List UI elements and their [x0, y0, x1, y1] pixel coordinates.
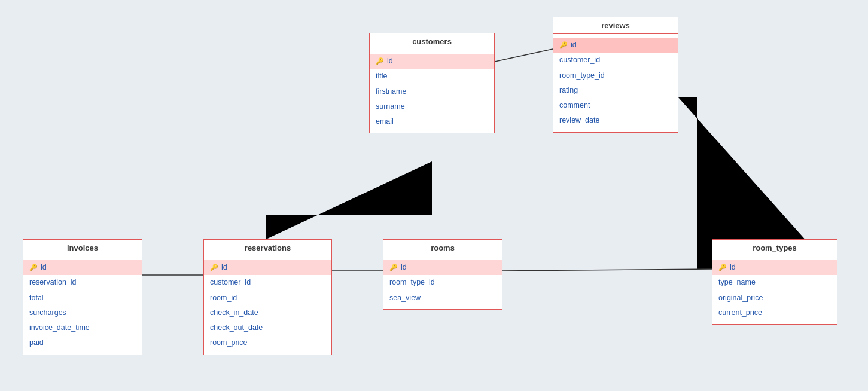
table-invoices-header: invoices [23, 240, 142, 256]
field-reservations-check_out_date: check_out_date [204, 320, 331, 335]
field-rooms-room_type_id: room_type_id [383, 275, 502, 290]
table-customers-header: customers [370, 33, 494, 50]
field-customers-surname: surname [370, 99, 494, 114]
table-customers-body: 🔑 id title firstname surname email [370, 50, 494, 133]
field-customers-title: title [370, 69, 494, 84]
table-rooms-body: 🔑 id room_type_id sea_view [383, 256, 502, 309]
table-room_types-header: room_types [712, 240, 837, 256]
table-customers: customers 🔑 id title firstname surname e… [369, 33, 495, 133]
field-reservations-id: 🔑 id [204, 260, 331, 275]
field-invoices-invoice_date_time: invoice_date_time [23, 320, 142, 335]
diagram-canvas: customers 🔑 id title firstname surname e… [0, 0, 868, 391]
field-invoices-reservation_id: reservation_id [23, 275, 142, 290]
field-customers-id: 🔑 id [370, 54, 494, 69]
svg-line-3 [502, 269, 712, 271]
field-room_types-current_price: current_price [712, 306, 837, 320]
table-reservations-header: reservations [204, 240, 331, 256]
table-reservations: reservations 🔑 id customer_id room_id ch… [203, 239, 332, 355]
table-invoices: invoices 🔑 id reservation_id total surch… [23, 239, 142, 355]
field-invoices-surcharges: surcharges [23, 306, 142, 320]
key-icon-invoices: 🔑 [29, 262, 38, 273]
field-reviews-rating: rating [553, 83, 678, 98]
field-reservations-check_in_date: check_in_date [204, 306, 331, 320]
table-reservations-body: 🔑 id customer_id room_id check_in_date c… [204, 256, 331, 355]
field-reviews-comment: comment [553, 98, 678, 113]
field-reviews-id: 🔑 id [553, 38, 678, 53]
key-icon: 🔑 [376, 56, 384, 67]
table-reviews-body: 🔑 id customer_id room_type_id rating com… [553, 34, 678, 132]
table-reviews-header: reviews [553, 17, 678, 34]
field-rooms-sea_view: sea_view [383, 291, 502, 306]
field-room_types-id: 🔑 id [712, 260, 837, 275]
key-icon-reviews: 🔑 [559, 39, 568, 51]
field-customers-firstname: firstname [370, 84, 494, 99]
field-rooms-id: 🔑 id [383, 260, 502, 275]
field-reservations-room_id: room_id [204, 291, 331, 306]
field-invoices-total: total [23, 291, 142, 306]
table-rooms-header: rooms [383, 240, 502, 256]
field-room_types-type_name: type_name [712, 275, 837, 290]
field-reviews-room_type_id: room_type_id [553, 68, 678, 83]
field-reviews-customer_id: customer_id [553, 53, 678, 68]
field-reviews-review_date: review_date [553, 113, 678, 128]
field-reservations-customer_id: customer_id [204, 275, 331, 290]
key-icon-room_types: 🔑 [718, 262, 727, 273]
field-room_types-original_price: original_price [712, 291, 837, 306]
table-reviews: reviews 🔑 id customer_id room_type_id ra… [553, 17, 678, 133]
field-customers-email: email [370, 114, 494, 129]
field-invoices-id: 🔑 id [23, 260, 142, 275]
table-rooms: rooms 🔑 id room_type_id sea_view [383, 239, 502, 310]
field-reservations-room_price: room_price [204, 335, 331, 350]
table-invoices-body: 🔑 id reservation_id total surcharges inv… [23, 256, 142, 355]
table-room_types: room_types 🔑 id type_name original_price… [712, 239, 837, 325]
field-invoices-paid: paid [23, 335, 142, 350]
svg-line-0 [495, 49, 553, 62]
key-icon-reservations: 🔑 [210, 262, 218, 273]
table-room_types-body: 🔑 id type_name original_price current_pr… [712, 256, 837, 324]
key-icon-rooms: 🔑 [389, 262, 398, 273]
